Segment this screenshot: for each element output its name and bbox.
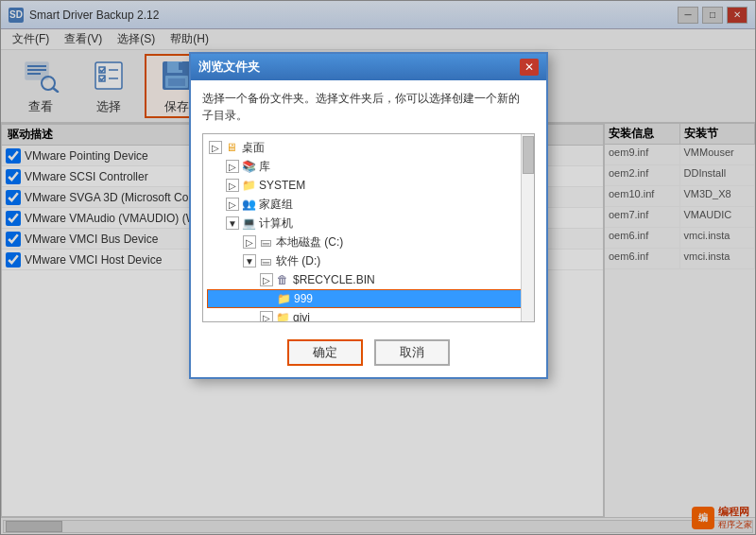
label-system: SYSTEM — [259, 179, 305, 192]
modal-overlay: 浏览文件夹 ✕ 选择一个备份文件夹。选择文件夹后，你可以选择创建一个新的 子目录… — [0, 0, 756, 535]
tree-item-recycle-bin[interactable]: ▷ 🗑 $RECYCLE.BIN — [207, 270, 530, 289]
qiyi-icon: 📁 — [275, 310, 290, 322]
expand-drive-c[interactable]: ▷ — [243, 235, 256, 249]
browse-folder-dialog: 浏览文件夹 ✕ 选择一个备份文件夹。选择文件夹后，你可以选择创建一个新的 子目录… — [189, 52, 548, 379]
tree-item-qiyi[interactable]: ▷ 📁 qiyi — [207, 308, 530, 322]
label-drive-c: 本地磁盘 (C:) — [276, 234, 343, 250]
label-qiyi: qiyi — [293, 311, 310, 322]
desktop-icon: 🖥 — [224, 140, 239, 155]
library-icon: 📚 — [241, 159, 256, 174]
dialog-close-button[interactable]: ✕ — [520, 59, 539, 76]
expand-system[interactable]: ▷ — [226, 179, 239, 192]
dialog-title: 浏览文件夹 — [198, 59, 260, 76]
tree-item-drive-c[interactable]: ▷ 🖴 本地磁盘 (C:) — [207, 233, 530, 251]
tree-item-desktop[interactable]: ▷ 🖥 桌面 — [207, 138, 530, 157]
label-recycle-bin: $RECYCLE.BIN — [293, 273, 375, 286]
label-desktop: 桌面 — [242, 140, 265, 156]
dialog-body: 选择一个备份文件夹。选择文件夹后，你可以选择创建一个新的 子目录。 ▷ 🖥 桌面… — [191, 80, 546, 332]
tree-item-homegroup[interactable]: ▷ 👥 家庭组 — [207, 195, 530, 214]
tree-item-system[interactable]: ▷ 📁 SYSTEM — [207, 176, 530, 195]
dialog-footer: 确定 取消 — [191, 332, 546, 377]
tree-item-computer[interactable]: ▼ 💻 计算机 — [207, 214, 530, 233]
tree-item-drive-d[interactable]: ▼ 🖴 软件 (D:) — [207, 251, 530, 270]
drive-c-icon: 🖴 — [258, 234, 273, 250]
expand-999 — [261, 292, 274, 305]
tree-item-999[interactable]: 📁 999 — [207, 289, 530, 308]
homegroup-icon: 👥 — [241, 197, 256, 212]
expand-qiyi[interactable]: ▷ — [260, 311, 273, 322]
label-homegroup: 家庭组 — [259, 197, 293, 213]
system-folder-icon: 📁 — [241, 178, 256, 193]
computer-icon: 💻 — [241, 216, 256, 231]
recycle-bin-icon: 🗑 — [275, 272, 290, 287]
expand-recycle-bin[interactable]: ▷ — [260, 273, 273, 286]
folder-tree[interactable]: ▷ 🖥 桌面 ▷ 📚 库 ▷ 📁 SYSTEM — [202, 133, 535, 322]
dialog-title-bar: 浏览文件夹 ✕ — [191, 54, 546, 80]
tree-scrollbar-thumb — [523, 136, 534, 174]
drive-d-icon: 🖴 — [258, 253, 273, 268]
confirm-button[interactable]: 确定 — [287, 339, 363, 366]
folder-999-icon: 📁 — [276, 291, 291, 306]
label-999: 999 — [294, 292, 313, 305]
dialog-instruction: 选择一个备份文件夹。选择文件夹后，你可以选择创建一个新的 子目录。 — [202, 90, 535, 124]
label-drive-d: 软件 (D:) — [276, 253, 320, 269]
cancel-button[interactable]: 取消 — [374, 339, 450, 366]
label-library: 库 — [259, 159, 270, 175]
label-computer: 计算机 — [259, 216, 293, 232]
expand-homegroup[interactable]: ▷ — [226, 198, 239, 211]
tree-scrollbar[interactable] — [521, 134, 534, 321]
tree-item-library[interactable]: ▷ 📚 库 — [207, 157, 530, 176]
expand-desktop[interactable]: ▷ — [209, 141, 222, 154]
expand-drive-d[interactable]: ▼ — [243, 254, 256, 268]
expand-library[interactable]: ▷ — [226, 160, 239, 173]
expand-computer[interactable]: ▼ — [226, 216, 239, 230]
